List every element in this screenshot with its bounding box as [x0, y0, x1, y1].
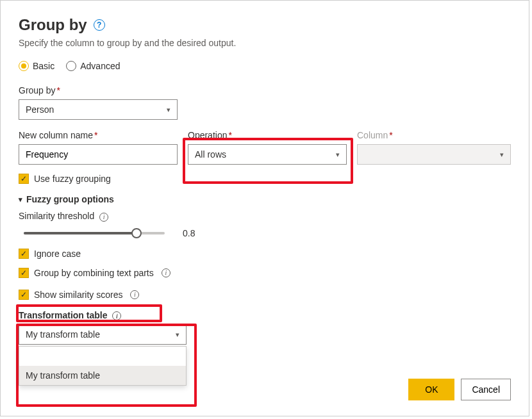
column-label: Column*: [357, 130, 511, 140]
operation-label: Operation*: [188, 130, 347, 140]
check-icon: ✓: [21, 269, 27, 277]
check-icon: ✓: [21, 175, 27, 183]
transform-table-label: Transformation table i: [19, 310, 511, 321]
column-select: ▾: [357, 144, 511, 165]
chevron-down-icon: ▾: [336, 151, 340, 159]
similarity-threshold-row: Similarity threshold i: [19, 211, 511, 222]
similarity-threshold-value: 0.8: [183, 228, 195, 238]
similarity-threshold-label: Similarity threshold: [19, 211, 94, 221]
transform-table-dropdown: My transform table: [19, 346, 187, 386]
fuzzy-options-toggle[interactable]: ▾ Fuzzy group options: [19, 194, 511, 204]
combine-parts-label: Group by combining text parts: [34, 268, 154, 278]
transform-table-select[interactable]: My transform table ▾: [19, 324, 187, 345]
show-scores-checkbox[interactable]: ✓: [19, 290, 29, 300]
check-icon: ✓: [21, 250, 27, 258]
dropdown-blank-option[interactable]: [19, 347, 186, 366]
transform-table-value: My transform table: [26, 329, 100, 340]
chevron-down-icon: ▾: [500, 151, 504, 159]
radio-basic[interactable]: Basic: [19, 61, 54, 71]
use-fuzzy-checkbox[interactable]: ✓: [19, 174, 29, 184]
chevron-down-icon: ▾: [19, 195, 22, 204]
dialog-title: Group by: [19, 16, 87, 34]
radio-advanced[interactable]: Advanced: [66, 61, 120, 71]
info-icon[interactable]: i: [130, 290, 139, 299]
dropdown-option[interactable]: My transform table: [19, 366, 186, 385]
group-by-dialog: Group by ? Specify the column to group b…: [0, 0, 529, 416]
use-fuzzy-label: Use fuzzy grouping: [34, 174, 111, 184]
fuzzy-options-header: Fuzzy group options: [26, 194, 114, 204]
ignore-case-label: Ignore case: [34, 249, 81, 259]
help-icon[interactable]: ?: [94, 19, 105, 31]
cancel-button[interactable]: Cancel: [461, 379, 511, 400]
show-scores-label: Show similarity scores: [34, 290, 122, 300]
group-by-select[interactable]: Person ▾: [19, 99, 178, 120]
similarity-threshold-slider[interactable]: [24, 227, 165, 240]
dialog-subtitle: Specify the column to group by and the d…: [19, 38, 511, 48]
info-icon[interactable]: i: [112, 311, 121, 320]
radio-checked-icon: [19, 61, 29, 71]
ok-button[interactable]: OK: [408, 379, 454, 400]
chevron-down-icon: ▾: [167, 106, 170, 114]
slider-thumb[interactable]: [131, 228, 142, 238]
info-icon[interactable]: i: [162, 268, 170, 277]
operation-value: All rows: [195, 149, 226, 160]
chevron-down-icon: ▾: [176, 331, 179, 339]
radio-basic-label: Basic: [33, 61, 54, 71]
check-icon: ✓: [21, 291, 27, 299]
radio-unchecked-icon: [66, 61, 76, 71]
ignore-case-checkbox[interactable]: ✓: [19, 249, 29, 259]
radio-advanced-label: Advanced: [80, 61, 120, 71]
new-column-input[interactable]: [19, 144, 178, 165]
group-by-value: Person: [26, 104, 54, 115]
combine-parts-checkbox[interactable]: ✓: [19, 268, 29, 278]
new-column-label: New column name*: [19, 130, 178, 140]
operation-select[interactable]: All rows ▾: [188, 144, 347, 165]
info-icon[interactable]: i: [99, 213, 108, 222]
group-by-label: Group by*: [19, 85, 511, 95]
